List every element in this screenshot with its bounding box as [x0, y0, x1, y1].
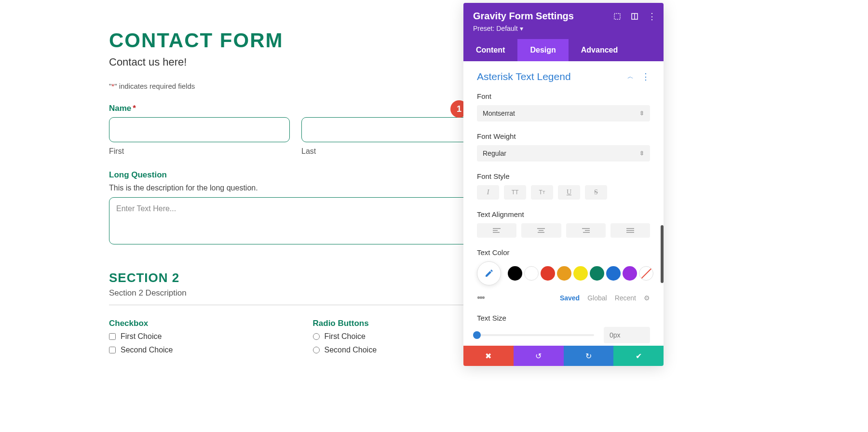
color-swatch-purple[interactable]	[623, 266, 637, 281]
color-tab-recent[interactable]: Recent	[615, 294, 636, 302]
checkbox-option[interactable]: Second Choice	[109, 346, 173, 354]
undo-button[interactable]: ↺	[514, 346, 564, 366]
align-left-button[interactable]	[477, 223, 516, 238]
last-name-sublabel: Last	[301, 147, 482, 156]
text-alignment-label: Text Alignment	[477, 210, 650, 218]
align-justify-button[interactable]	[610, 223, 650, 238]
tab-content[interactable]: Content	[463, 39, 517, 61]
color-tab-global[interactable]: Global	[587, 294, 607, 302]
color-swatch-teal[interactable]	[590, 266, 604, 281]
panel-header: Gravity Form Settings Preset: Default ▾ …	[463, 3, 664, 39]
kebab-menu-icon[interactable]: ⋮	[641, 71, 650, 82]
form-subtitle: Contact us here!	[109, 56, 482, 68]
tab-design[interactable]: Design	[517, 39, 568, 61]
name-label: Name*	[109, 104, 482, 113]
redo-icon: ↻	[585, 351, 592, 361]
form-title: CONTACT FORM	[109, 29, 482, 52]
name-field-group: Name* First Last	[109, 104, 482, 156]
panel-body[interactable]: Asterisk Text Legend ︿ ⋮ Font Montserrat…	[463, 61, 664, 346]
slider-thumb[interactable]	[473, 331, 481, 339]
undo-icon: ↺	[535, 351, 542, 361]
radio-input[interactable]	[313, 333, 320, 340]
tab-advanced[interactable]: Advanced	[569, 39, 630, 61]
kebab-menu-icon[interactable]: ⋮	[648, 13, 656, 20]
font-style-label: Font Style	[477, 172, 650, 180]
text-color-label: Text Color	[477, 248, 650, 256]
radio-input[interactable]	[313, 347, 320, 353]
color-swatch-yellow[interactable]	[573, 266, 588, 281]
form-preview: CONTACT FORM Contact us here! "*" indica…	[0, 0, 482, 359]
underline-button[interactable]: U	[558, 185, 580, 200]
uppercase-button[interactable]: TT	[504, 185, 526, 200]
color-swatch-white[interactable]	[524, 266, 539, 281]
select-arrow-icon: ⇳	[639, 110, 644, 117]
checkbox-option[interactable]: First Choice	[109, 332, 173, 341]
required-fields-note: "*" indicates required fields	[109, 82, 482, 90]
color-swatch-blue[interactable]	[606, 266, 621, 281]
radio-group: Radio Buttons First Choice Second Choice	[313, 319, 377, 359]
font-weight-label: Font Weight	[477, 132, 650, 140]
italic-button[interactable]: I	[477, 185, 499, 200]
color-tab-saved[interactable]: Saved	[560, 294, 580, 302]
smallcaps-button[interactable]: TT	[531, 185, 553, 200]
long-question-textarea[interactable]	[109, 197, 482, 244]
checkbox-label: Checkbox	[109, 319, 173, 328]
color-swatch-red[interactable]	[541, 266, 555, 281]
scrollbar-thumb[interactable]	[661, 225, 664, 283]
radio-option[interactable]: First Choice	[313, 332, 377, 341]
long-question-group: Long Question This is the description fo…	[109, 170, 482, 246]
color-picker-button[interactable]	[477, 261, 501, 285]
radio-label: Radio Buttons	[313, 319, 377, 328]
caret-down-icon: ▾	[520, 25, 523, 32]
last-name-input[interactable]	[301, 117, 482, 142]
color-swatch-none[interactable]	[639, 266, 653, 281]
radio-option[interactable]: Second Choice	[313, 346, 377, 354]
accordion-title[interactable]: Asterisk Text Legend	[477, 71, 571, 82]
long-question-label: Long Question	[109, 170, 482, 180]
checkbox-input[interactable]	[109, 347, 116, 353]
close-icon: ✖	[485, 351, 491, 361]
align-center-button[interactable]	[521, 223, 561, 238]
checkbox-group: Checkbox First Choice Second Choice	[109, 319, 173, 359]
color-swatch-black[interactable]	[508, 266, 522, 281]
text-size-input[interactable]	[604, 327, 650, 343]
text-size-label: Text Size	[477, 314, 650, 322]
close-button[interactable]: ✖	[463, 346, 514, 366]
checkbox-input[interactable]	[109, 333, 116, 340]
section-2-description: Section 2 Description	[109, 288, 482, 305]
columns-icon[interactable]	[631, 13, 638, 20]
redo-button[interactable]: ↻	[564, 346, 614, 366]
preset-dropdown[interactable]: Preset: Default ▾	[473, 25, 654, 32]
chevron-up-icon[interactable]: ︿	[627, 72, 634, 81]
first-name-sublabel: First	[109, 147, 290, 156]
section-2-title: SECTION 2	[109, 270, 482, 285]
confirm-button[interactable]: ✔	[613, 346, 664, 366]
more-dots-icon[interactable]: •••	[477, 292, 484, 303]
select-arrow-icon: ⇳	[639, 150, 644, 157]
gear-icon[interactable]: ⚙	[644, 294, 650, 302]
check-icon: ✔	[636, 351, 642, 361]
svg-rect-0	[614, 14, 620, 19]
font-label: Font	[477, 92, 650, 100]
font-weight-select[interactable]: Regular⇳	[477, 145, 650, 162]
text-size-slider[interactable]	[477, 334, 594, 336]
font-select[interactable]: Montserrat⇳	[477, 105, 650, 122]
first-name-input[interactable]	[109, 117, 290, 142]
expand-icon[interactable]	[613, 13, 621, 20]
eyedropper-icon	[484, 269, 494, 278]
panel-tabs: Content Design Advanced	[463, 39, 664, 61]
strikethrough-button[interactable]: S	[585, 185, 607, 200]
color-swatch-orange[interactable]	[557, 266, 571, 281]
long-question-description: This is the description for the long que…	[109, 184, 482, 192]
settings-panel: Gravity Form Settings Preset: Default ▾ …	[463, 3, 664, 366]
align-right-button[interactable]	[566, 223, 606, 238]
panel-footer: ✖ ↺ ↻ ✔	[463, 346, 664, 366]
